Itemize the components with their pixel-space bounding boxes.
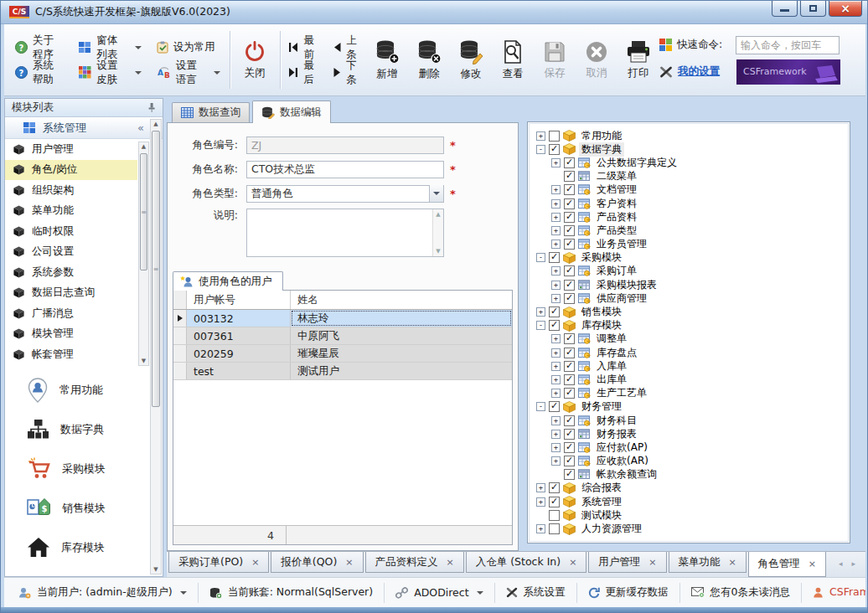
tree-expander[interactable]: + [551, 226, 561, 235]
role-users-tab[interactable]: 使用角色的用户 [173, 271, 283, 291]
tree-node[interactable]: +销售模块 [533, 305, 846, 318]
tree-checkbox[interactable] [549, 144, 560, 155]
tree-checkbox[interactable] [549, 131, 560, 142]
doc-tab[interactable]: 报价单(QO)× [271, 552, 363, 573]
doc-tab[interactable]: 入仓单 (Stock In)× [466, 552, 587, 573]
toolbar-button[interactable]: 删除 [408, 39, 450, 81]
tree-expander[interactable]: - [536, 253, 545, 262]
sidebar-group-header[interactable]: 系统管理 « [5, 117, 163, 139]
tree-node[interactable]: +文档管理 [533, 183, 846, 197]
tree-node[interactable]: +人力资源管理 [533, 522, 846, 535]
tree-expander[interactable]: + [551, 185, 561, 194]
tree-checkbox[interactable] [564, 212, 575, 223]
minimize-button[interactable] [772, 1, 798, 17]
quick-command-input[interactable] [736, 36, 840, 54]
grid-column-account[interactable]: 用户帐号 [187, 291, 291, 309]
table-row[interactable]: 003132林志玲 [173, 310, 512, 327]
tree-expander[interactable]: + [551, 348, 561, 358]
sidebar-item[interactable]: 角色/岗位 [5, 160, 137, 181]
sidebar-item[interactable]: 组织架构 [5, 180, 137, 201]
doc-tab[interactable]: 菜单功能× [669, 552, 747, 573]
tree-checkbox[interactable] [564, 374, 575, 385]
tree-node[interactable]: +应付款(AP) [533, 440, 846, 454]
tree-expander[interactable]: + [551, 334, 561, 343]
tree-expander[interactable]: - [536, 402, 545, 411]
tab-close-icon[interactable]: × [729, 557, 736, 568]
tree-checkbox[interactable] [549, 497, 560, 507]
table-row[interactable]: 020259璀璨星辰 [173, 345, 512, 363]
tree-expander[interactable]: + [551, 281, 561, 290]
tree-checkbox[interactable] [549, 252, 560, 263]
tree-expander[interactable]: + [551, 213, 561, 222]
tree-expander[interactable]: + [551, 158, 561, 167]
tree-checkbox[interactable] [564, 442, 575, 453]
tree-node[interactable]: +财务科目 [533, 414, 846, 427]
tree-node[interactable]: +业务员管理 [533, 238, 846, 251]
tree-node[interactable]: -财务管理 [533, 400, 846, 414]
tree-checkbox[interactable] [564, 265, 575, 276]
tab-close-icon[interactable]: × [447, 557, 454, 568]
my-settings-link[interactable]: 我的设置 [678, 64, 731, 79]
tree-node[interactable]: +库存盘点 [533, 346, 846, 359]
doc-tab[interactable]: 用户管理× [588, 552, 666, 573]
tree-checkbox[interactable] [549, 306, 560, 317]
description-memo[interactable]: ▲▼ [246, 209, 444, 257]
scroll-down-icon[interactable]: ▼ [139, 358, 148, 364]
toolbar-button[interactable]: 打印 [617, 39, 659, 81]
sidebar-item[interactable]: 系统参数 [5, 262, 137, 283]
sidebar-inner-scrollbar[interactable]: ▲ ≡ ▼ [138, 142, 149, 366]
scroll-up-icon[interactable]: ▲ [139, 143, 148, 150]
sidebar-item[interactable]: 临时权限 [5, 221, 137, 242]
tree-checkbox[interactable] [564, 293, 575, 304]
scroll-down-icon[interactable]: ▼ [436, 248, 440, 255]
toolbar-button[interactable]: 设置皮肤 [73, 60, 147, 85]
grid-column-name[interactable]: 姓名 [291, 291, 512, 309]
memo-scrollbar[interactable]: ▲▼ [432, 209, 443, 256]
tree-expander[interactable]: - [536, 145, 545, 154]
status-item[interactable]: 更新缓存数据 [577, 583, 680, 603]
tree-node[interactable]: +采购模块报表 [533, 278, 846, 291]
role-type-combo[interactable] [246, 185, 444, 203]
tree-checkbox[interactable] [549, 482, 560, 493]
tree-expander[interactable]: + [536, 497, 545, 507]
tree-expander[interactable]: + [536, 524, 545, 533]
tree-node[interactable]: +供应商管理 [533, 291, 846, 305]
close-button[interactable]: × [829, 1, 862, 17]
tab-close-icon[interactable]: × [345, 557, 353, 568]
tree-checkbox[interactable] [564, 225, 575, 236]
tree-expander[interactable]: + [551, 362, 561, 371]
tab-close-icon[interactable]: × [569, 557, 576, 568]
sidebar-item[interactable]: 用户管理 [5, 139, 137, 160]
tree-checkbox[interactable] [564, 456, 575, 466]
toolbar-button[interactable]: 设为常用 [151, 35, 226, 60]
tree-expander[interactable]: + [551, 430, 561, 439]
tree-checkbox[interactable] [564, 469, 575, 480]
record-nav-button[interactable]: 最前 [283, 35, 323, 60]
tree-checkbox[interactable] [564, 333, 575, 344]
tree-checkbox[interactable] [564, 361, 575, 372]
sidebar-group-item[interactable]: 采购模块 [5, 449, 149, 488]
tree-checkbox[interactable] [564, 198, 575, 209]
combo-dropdown-button[interactable] [429, 185, 443, 202]
sidebar-item[interactable]: 帐套管理 [5, 344, 137, 365]
table-row[interactable]: test测试用户 [173, 363, 512, 380]
tree-checkbox[interactable] [549, 320, 560, 331]
status-item[interactable]: 当前账套: Normal(SqlServer) [199, 583, 385, 603]
doc-tab[interactable]: 采购订单(PO)× [168, 552, 269, 573]
sidebar-group-item[interactable]: 数据字典 [5, 410, 149, 449]
table-row[interactable]: 007361中原阿飞 [173, 327, 512, 345]
toolbar-button[interactable]: 查看 [492, 39, 534, 81]
tree-checkbox[interactable] [564, 348, 575, 358]
tree-checkbox[interactable] [564, 171, 575, 182]
tree-expander[interactable]: - [536, 321, 545, 330]
tree-expander[interactable]: + [551, 266, 561, 276]
tree-checkbox[interactable] [549, 401, 560, 412]
tree-checkbox[interactable] [564, 415, 575, 426]
close-form-button[interactable]: 关闭 [234, 39, 276, 80]
toolbar-button[interactable]: ?关于程序 [9, 35, 70, 60]
sidebar-item[interactable]: 模块管理 [5, 324, 137, 345]
tree-expander[interactable]: + [551, 443, 561, 452]
sidebar-group-item[interactable]: 库存模块 [5, 528, 149, 567]
tree-expander[interactable]: + [551, 294, 561, 303]
tree-checkbox[interactable] [564, 388, 575, 399]
